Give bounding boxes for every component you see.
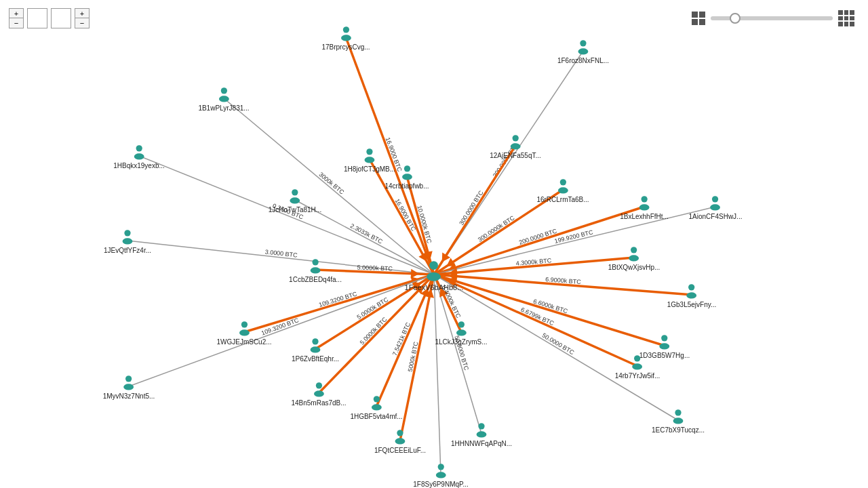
peripheral-node[interactable]: 1FQtCEEEiLuF... bbox=[374, 428, 426, 454]
svg-point-113 bbox=[633, 363, 643, 369]
node-label: 14rb7YrJw5if... bbox=[615, 372, 660, 380]
svg-point-83 bbox=[365, 157, 375, 163]
node-label: 1FeexV6bAHb8... bbox=[405, 283, 464, 291]
svg-point-107 bbox=[314, 390, 324, 396]
svg-point-78 bbox=[512, 135, 518, 141]
svg-point-81 bbox=[134, 153, 144, 159]
svg-point-89 bbox=[639, 204, 650, 210]
svg-point-88 bbox=[641, 196, 647, 202]
peripheral-node[interactable]: 14rb7YrJw5if... bbox=[615, 353, 660, 380]
peripheral-node[interactable]: 1AionCF4SHwJ... bbox=[689, 194, 743, 220]
peripheral-node[interactable]: 1HGBF5vta4mf... bbox=[350, 394, 402, 420]
peripheral-node[interactable]: 1HBqkx19yexb... bbox=[113, 143, 165, 169]
svg-point-114 bbox=[675, 409, 681, 415]
svg-point-103 bbox=[311, 346, 321, 352]
peripheral-node[interactable]: 1F8Sy6P9NMqP... bbox=[413, 462, 469, 488]
peripheral-node[interactable]: 1HHNNWFqAPqN... bbox=[451, 421, 512, 447]
peripheral-node[interactable]: 1JEvQtfYFz4r... bbox=[104, 228, 151, 254]
node-label: 1FQtCEEEiLuF... bbox=[374, 447, 426, 454]
svg-point-125 bbox=[290, 197, 300, 203]
svg-point-70 bbox=[430, 261, 439, 270]
peripheral-node[interactable]: 17BrprcysCvg... bbox=[321, 24, 370, 51]
svg-point-99 bbox=[687, 292, 697, 298]
node-label: 12AjENFa55qT... bbox=[490, 152, 541, 159]
graph-nodes: 1FeexV6bAHb8... 17BrprcysCvg... 1F6roz8N… bbox=[0, 0, 868, 488]
svg-point-109 bbox=[372, 404, 382, 410]
outbound-value bbox=[51, 8, 71, 28]
detail-slider-thumb[interactable] bbox=[730, 13, 741, 24]
detail-control bbox=[692, 7, 854, 26]
svg-point-75 bbox=[578, 48, 589, 54]
inbound-value bbox=[27, 8, 47, 28]
node-label: 1HBqkx19yexb... bbox=[113, 162, 165, 169]
node-label: 1JEvQtfYFz4r... bbox=[104, 247, 151, 254]
svg-point-104 bbox=[125, 375, 132, 382]
svg-point-124 bbox=[292, 189, 298, 195]
svg-point-115 bbox=[673, 418, 684, 424]
peripheral-node[interactable]: 1MyvN3z7Nnt5... bbox=[103, 373, 155, 400]
peripheral-node[interactable]: 1LCkJ3gZrymS... bbox=[435, 319, 487, 346]
center-node[interactable]: 1FeexV6bAHb8... bbox=[405, 258, 464, 291]
svg-point-101 bbox=[239, 329, 250, 336]
svg-point-105 bbox=[124, 384, 134, 390]
peripheral-node[interactable]: 1Gb3L5ejvFny... bbox=[667, 282, 717, 308]
peripheral-node[interactable]: 14crbtiapfwb... bbox=[384, 163, 429, 190]
svg-point-117 bbox=[395, 438, 406, 444]
node-label: 1HGBF5vta4mf... bbox=[350, 413, 402, 420]
svg-point-112 bbox=[634, 355, 640, 361]
svg-point-116 bbox=[397, 430, 403, 436]
svg-point-93 bbox=[123, 238, 133, 244]
svg-point-95 bbox=[311, 267, 321, 273]
node-label: 1F6roz8NxFNL... bbox=[557, 57, 609, 64]
node-label: 1JcHoTwTa81H... bbox=[269, 206, 321, 214]
node-label: 16rRCLrmTa6B... bbox=[536, 196, 589, 203]
svg-point-98 bbox=[688, 284, 694, 290]
svg-point-86 bbox=[559, 179, 566, 185]
svg-point-123 bbox=[456, 329, 467, 336]
svg-point-118 bbox=[478, 423, 484, 429]
svg-point-91 bbox=[711, 204, 721, 210]
peripheral-node[interactable]: 1JcHoTwTa81H... bbox=[269, 187, 321, 214]
peripheral-node[interactable]: 1WGJEJmSCu2... bbox=[216, 319, 271, 346]
svg-point-90 bbox=[712, 196, 718, 202]
node-label: 1HHNNWFqAPqN... bbox=[451, 440, 512, 447]
outbound-decrement-button[interactable]: − bbox=[75, 18, 89, 28]
detail-slider[interactable] bbox=[711, 16, 833, 20]
node-label: 14Bn5mRas7dB... bbox=[291, 399, 346, 407]
svg-point-110 bbox=[661, 335, 667, 341]
peripheral-node[interactable]: 1BxLexhhFfHt... bbox=[620, 194, 669, 220]
node-label: 1B1wPLyrJ831... bbox=[198, 104, 249, 112]
svg-point-108 bbox=[373, 396, 379, 402]
svg-point-85 bbox=[402, 174, 412, 180]
peripheral-node[interactable]: 1BtXQwXjsvHp... bbox=[608, 245, 660, 271]
peripheral-node[interactable]: 1EC7bX9Tucqz... bbox=[652, 407, 705, 434]
svg-point-84 bbox=[403, 165, 410, 171]
svg-point-71 bbox=[427, 272, 441, 281]
svg-point-76 bbox=[220, 87, 226, 94]
inbound-increment-button[interactable]: + bbox=[9, 9, 23, 18]
svg-point-111 bbox=[660, 343, 670, 349]
peripheral-node[interactable]: 1CcbZBEDq4fa... bbox=[289, 257, 342, 283]
svg-point-96 bbox=[631, 247, 637, 253]
peripheral-node[interactable]: 1F6roz8NxFNL... bbox=[557, 38, 609, 64]
svg-point-74 bbox=[580, 40, 586, 46]
node-label: 14crbtiapfwb... bbox=[384, 182, 429, 190]
svg-point-77 bbox=[219, 96, 229, 102]
svg-point-120 bbox=[437, 464, 443, 470]
svg-point-102 bbox=[312, 338, 318, 344]
detail-small-grid-icon bbox=[692, 12, 705, 25]
svg-point-72 bbox=[342, 26, 349, 33]
node-label: 17BrprcysCvg... bbox=[321, 43, 370, 51]
svg-point-106 bbox=[315, 382, 321, 388]
node-label: 1Gb3L5ejvFny... bbox=[667, 301, 717, 308]
node-label: 1BtXQwXjsvHp... bbox=[608, 264, 660, 271]
node-label: 1LCkJ3gZrymS... bbox=[435, 338, 487, 346]
inbound-decrement-button[interactable]: − bbox=[9, 18, 23, 28]
peripheral-node[interactable]: 16rRCLrmTa6B... bbox=[536, 177, 589, 203]
svg-point-92 bbox=[124, 230, 130, 236]
peripheral-node[interactable]: 14Bn5mRas7dB... bbox=[291, 380, 346, 407]
peripheral-node[interactable]: 1P6ZvBftEqhr... bbox=[292, 336, 339, 363]
peripheral-node[interactable]: 1B1wPLyrJ831... bbox=[198, 85, 249, 112]
peripheral-node[interactable]: 12AjENFa55qT... bbox=[490, 133, 541, 159]
outbound-increment-button[interactable]: + bbox=[75, 9, 89, 18]
